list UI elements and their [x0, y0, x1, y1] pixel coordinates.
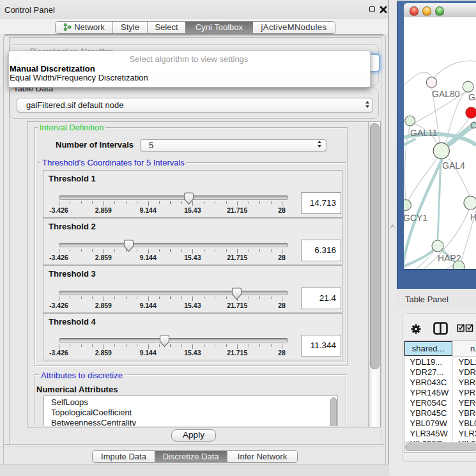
svg-text:GCY1: GCY1: [404, 213, 427, 223]
svg-text:GAL11: GAL11: [410, 128, 438, 138]
svg-text:HAP2: HAP2: [438, 253, 461, 263]
svg-text:GAL80: GAL80: [432, 89, 460, 99]
svg-text:C: C: [470, 120, 476, 130]
svg-text:GA: GA: [468, 92, 476, 102]
svg-text:H: H: [470, 212, 476, 222]
svg-text:GAL4: GAL4: [442, 160, 465, 171]
